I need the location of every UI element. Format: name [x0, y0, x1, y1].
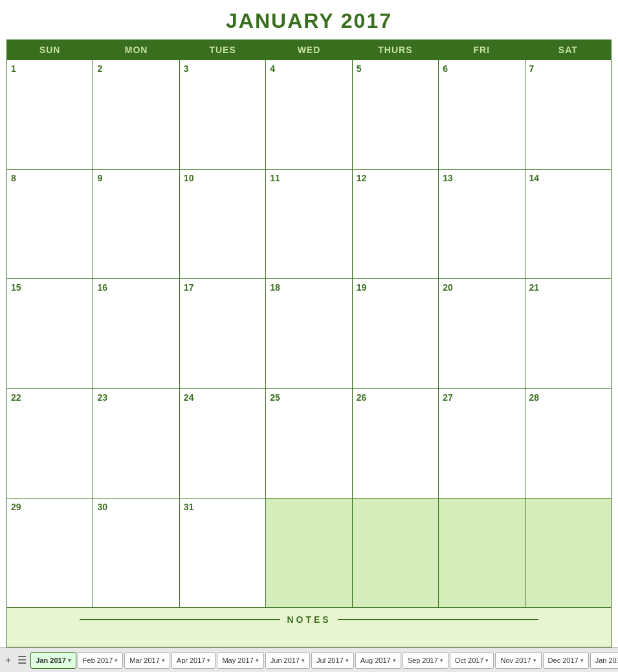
- tab-may-2017[interactable]: May 2017▾: [217, 652, 263, 669]
- chevron-down-icon: ▾: [302, 657, 305, 664]
- day-cell-31[interactable]: 31: [180, 498, 266, 608]
- tab-jan-2017[interactable]: Jan 2017▾: [30, 652, 76, 669]
- day-cell-25[interactable]: 25: [266, 389, 352, 498]
- tab-dec-2017[interactable]: Dec 2017▾: [543, 652, 589, 669]
- notes-header: NOTES: [20, 614, 598, 625]
- day-cell-13[interactable]: 13: [439, 170, 525, 279]
- day-cell-9[interactable]: 9: [93, 170, 179, 279]
- day-num-16: 16: [97, 282, 107, 293]
- tab-label: Jul 2017: [316, 656, 344, 664]
- day-num-22: 22: [11, 392, 21, 403]
- chevron-down-icon: ▾: [162, 657, 165, 664]
- tab-label: Sep 2017: [408, 656, 438, 664]
- day-num-29: 29: [11, 502, 21, 512]
- chevron-down-icon: ▾: [393, 657, 396, 664]
- week-row-1: 891011121314: [7, 170, 612, 279]
- day-header-mon: MON: [93, 40, 179, 60]
- day-header-sat: SAT: [525, 40, 612, 60]
- day-header-sun: SUN: [7, 40, 93, 60]
- day-cell-7[interactable]: 7: [525, 60, 612, 170]
- day-cell-2[interactable]: 2: [93, 60, 179, 170]
- day-cell-24[interactable]: 24: [180, 389, 266, 498]
- tab-label: Dec 2017: [548, 656, 579, 664]
- day-num-18: 18: [270, 282, 280, 293]
- day-cell-6[interactable]: 6: [439, 60, 525, 170]
- day-num-21: 21: [529, 282, 540, 293]
- day-cell-17[interactable]: 17: [180, 279, 266, 388]
- menu-icon[interactable]: ☰: [15, 653, 29, 667]
- day-num-12: 12: [357, 173, 367, 183]
- tab-nov-2017[interactable]: Nov 2017▾: [495, 652, 541, 669]
- calendar-title: JANUARY 2017: [6, 5, 612, 39]
- tab-label: Feb 2017: [83, 656, 113, 664]
- day-num-3: 3: [184, 63, 189, 74]
- empty-cell: [439, 498, 525, 608]
- day-num-2: 2: [97, 63, 102, 74]
- empty-cell: [266, 498, 352, 608]
- day-cell-30[interactable]: 30: [93, 498, 179, 608]
- day-cell-29[interactable]: 29: [7, 498, 93, 608]
- day-cell-15[interactable]: 15: [7, 279, 93, 388]
- day-cell-3[interactable]: 3: [180, 60, 266, 170]
- day-cell-16[interactable]: 16: [93, 279, 179, 388]
- notes-section: NOTES: [6, 608, 612, 647]
- day-headers: SUNMONTUESWEDTHURSFRISAT: [7, 40, 612, 60]
- add-tab-icon[interactable]: +: [3, 653, 14, 667]
- chevron-down-icon: ▾: [346, 657, 349, 664]
- tab-oct-2017[interactable]: Oct 2017▾: [450, 652, 494, 669]
- day-cell-23[interactable]: 23: [93, 389, 179, 498]
- day-cell-27[interactable]: 27: [439, 389, 525, 498]
- day-num-9: 9: [97, 173, 102, 183]
- tab-jan-2018[interactable]: Jan 2018▾: [590, 652, 618, 669]
- day-cell-18[interactable]: 18: [266, 279, 352, 388]
- calendar-grid: SUNMONTUESWEDTHURSFRISAT 123456789101112…: [6, 39, 612, 608]
- day-cell-14[interactable]: 14: [525, 170, 612, 279]
- day-header-fri: FRI: [439, 40, 525, 60]
- tab-aug-2017[interactable]: Aug 2017▾: [355, 652, 401, 669]
- notes-line-right: [338, 619, 538, 620]
- tab-mar-2017[interactable]: Mar 2017▾: [124, 652, 170, 669]
- day-cell-8[interactable]: 8: [7, 170, 93, 279]
- notes-line-left: [80, 619, 280, 620]
- day-num-25: 25: [270, 392, 280, 403]
- tab-jul-2017[interactable]: Jul 2017▾: [311, 652, 354, 669]
- day-cell-4[interactable]: 4: [266, 60, 352, 170]
- day-num-14: 14: [529, 173, 540, 183]
- tab-sep-2017[interactable]: Sep 2017▾: [403, 652, 448, 669]
- day-num-31: 31: [184, 502, 194, 512]
- chevron-down-icon: ▾: [68, 657, 71, 664]
- day-cell-28[interactable]: 28: [525, 389, 612, 498]
- day-num-23: 23: [97, 392, 107, 403]
- day-num-19: 19: [357, 282, 367, 293]
- week-row-2: 15161718192021: [7, 279, 612, 388]
- day-cell-1[interactable]: 1: [7, 60, 93, 170]
- day-cell-11[interactable]: 11: [266, 170, 352, 279]
- day-cell-12[interactable]: 12: [353, 170, 439, 279]
- chevron-down-icon: ▾: [485, 657, 489, 664]
- tab-feb-2017[interactable]: Feb 2017▾: [78, 652, 123, 669]
- day-num-13: 13: [443, 173, 453, 183]
- day-num-30: 30: [97, 502, 107, 512]
- week-row-3: 22232425262728: [7, 389, 612, 498]
- day-cell-21[interactable]: 21: [525, 279, 612, 388]
- day-num-5: 5: [357, 63, 362, 74]
- day-num-6: 6: [443, 63, 448, 74]
- day-cell-10[interactable]: 10: [180, 170, 266, 279]
- day-cell-5[interactable]: 5: [353, 60, 439, 170]
- day-cell-20[interactable]: 20: [439, 279, 525, 388]
- day-cell-19[interactable]: 19: [353, 279, 439, 388]
- day-cell-26[interactable]: 26: [353, 389, 439, 498]
- day-num-7: 7: [529, 63, 535, 74]
- tab-apr-2017[interactable]: Apr 2017▾: [171, 652, 216, 669]
- day-num-24: 24: [184, 392, 194, 403]
- tab-jun-2017[interactable]: Jun 2017▾: [265, 652, 310, 669]
- day-num-28: 28: [529, 392, 540, 403]
- day-header-wed: WED: [266, 40, 352, 60]
- chevron-down-icon: ▾: [207, 657, 210, 664]
- tab-label: Nov 2017: [500, 656, 531, 664]
- tab-label: Oct 2017: [455, 656, 484, 664]
- week-row-4: 293031: [7, 498, 612, 608]
- tab-label: Aug 2017: [360, 656, 391, 664]
- tab-label: May 2017: [222, 656, 253, 664]
- day-cell-22[interactable]: 22: [7, 389, 93, 498]
